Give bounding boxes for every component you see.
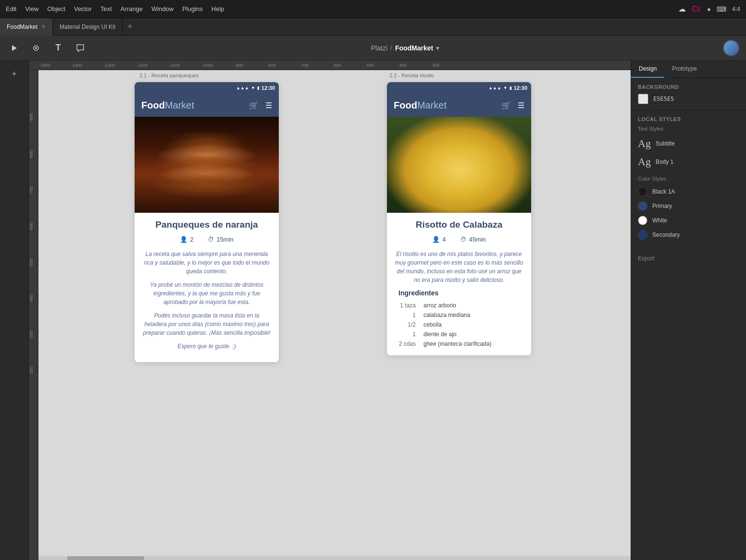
text-style-subtitle[interactable]: Ag Subtitle bbox=[638, 134, 739, 153]
tab-material-design[interactable]: Material Design UI Kit bbox=[53, 18, 123, 36]
toolbar: T Platzi / FoodMarket ▾ bbox=[0, 36, 746, 61]
phone-frame-1[interactable]: ▲▲▲ ▼ ▮ 12:30 FoodMarket 🛒 ☰ bbox=[135, 82, 279, 362]
ingredient-qty-4: 1 bbox=[398, 331, 416, 338]
menu-arrange[interactable]: Arrange bbox=[121, 5, 143, 12]
right-panel-tabs: Design Prototype bbox=[631, 61, 746, 78]
persons-value-2: 4 bbox=[442, 236, 446, 243]
header-icons-1: 🛒 ☰ bbox=[249, 101, 272, 110]
ruler-mark: -1100 bbox=[169, 63, 202, 68]
menu-icon-1[interactable]: ☰ bbox=[265, 101, 272, 110]
cart-icon-2[interactable]: 🛒 bbox=[501, 101, 511, 110]
menu-object[interactable]: Object bbox=[47, 5, 65, 12]
export-label: Export bbox=[638, 255, 655, 262]
battery-icon-2: ▮ bbox=[510, 85, 512, 90]
toolbar-breadcrumb: Platzi / FoodMarket ▾ bbox=[95, 44, 715, 52]
text-tool[interactable]: T bbox=[51, 41, 65, 55]
move-tool[interactable] bbox=[7, 41, 21, 55]
canvas-scrollbar[interactable] bbox=[38, 556, 631, 560]
ruler-mark: -1500 bbox=[38, 63, 71, 68]
ingredient-row-4: 1 diente de ajo bbox=[398, 329, 520, 339]
ingredient-row-2: 1 calabaza mediana bbox=[398, 310, 520, 320]
color-row-primary[interactable]: Primary bbox=[638, 199, 739, 213]
ingredient-name-4: diente de ajo bbox=[423, 331, 520, 338]
bg-color-swatch[interactable] bbox=[638, 94, 648, 104]
background-title: Background bbox=[638, 84, 739, 90]
header-icons-2: 🛒 ☰ bbox=[501, 101, 524, 110]
ingredients-section: Ingredientes 1 taza arroz arborio 1 cala… bbox=[395, 289, 523, 349]
ruler-mark: -1000 bbox=[202, 63, 235, 68]
secondary-swatch bbox=[638, 230, 647, 240]
primary-swatch bbox=[638, 201, 647, 211]
tab-bar: FoodMarket ✕ Material Design UI Kit + bbox=[0, 18, 746, 36]
comment-tool[interactable] bbox=[73, 41, 87, 55]
text-style-body1[interactable]: Ag Body 1 bbox=[638, 153, 739, 171]
signal-icon-2: ▲▲▲ bbox=[488, 85, 501, 90]
recipe-desc3: Podés incluso guardar la masa lista en l… bbox=[142, 311, 271, 337]
menu-bar: Edit View Object Vector Text Arrange Win… bbox=[0, 0, 746, 18]
time-meta-2: ⏱ 45min bbox=[460, 236, 485, 243]
color-row-black[interactable]: Black 1A bbox=[638, 184, 739, 199]
ingredient-qty-5: 2 cdas bbox=[398, 341, 416, 347]
tab-prototype[interactable]: Prototype bbox=[664, 61, 704, 78]
canvas-area[interactable]: -1500 -1400 -1300 -1200 -1100 -1000 -900… bbox=[29, 61, 631, 560]
tab-design[interactable]: Design bbox=[631, 61, 664, 78]
recipe-desc1: La receta que salva siempre para una mer… bbox=[142, 250, 271, 276]
ruler-v-mark: -600 bbox=[29, 195, 34, 231]
cloud-icon: ☁ bbox=[678, 4, 686, 13]
pen-tool[interactable] bbox=[29, 41, 43, 55]
tab-close-icon[interactable]: ✕ bbox=[41, 24, 46, 30]
menu-view[interactable]: View bbox=[25, 5, 38, 12]
food-image-2 bbox=[387, 117, 531, 213]
ingredients-title: Ingredientes bbox=[398, 289, 520, 297]
tab-foodmarket[interactable]: FoodMarket ✕ bbox=[0, 18, 53, 36]
ruler-vertical: -900 -800 -700 -600 -500 -400 -300 -200 bbox=[29, 70, 38, 560]
color-row-white[interactable]: White bbox=[638, 213, 739, 228]
breadcrumb-separator: / bbox=[390, 44, 392, 52]
menu-icon-2[interactable]: ☰ bbox=[518, 101, 524, 110]
wifi-icon: ⌨ bbox=[717, 5, 726, 13]
avatar[interactable] bbox=[723, 40, 739, 56]
local-styles-title: Local Styles bbox=[638, 116, 739, 122]
menu-edit[interactable]: Edit bbox=[6, 5, 16, 12]
ag-subtitle-icon: Ag bbox=[638, 137, 651, 150]
menu-vector[interactable]: Vector bbox=[74, 5, 92, 12]
scrollbar-thumb[interactable] bbox=[67, 556, 144, 560]
tab-add-button[interactable]: + bbox=[123, 22, 137, 32]
status-time-1: 12:30 bbox=[261, 85, 275, 91]
secondary-label: Secondary bbox=[652, 231, 680, 238]
ruler-mark: -1400 bbox=[71, 63, 104, 68]
time-display: 4:4 bbox=[732, 6, 740, 12]
ruler-v-mark: -200 bbox=[29, 339, 34, 375]
menu-help[interactable]: Help bbox=[211, 5, 224, 12]
phone-frame-2[interactable]: ▲▲▲ ▼ ▮ 12:30 FoodMarket 🛒 ☰ bbox=[387, 82, 531, 355]
bg-hex-value: E5E5E5 bbox=[653, 96, 674, 102]
project-name: Platzi bbox=[371, 44, 387, 52]
phone-header-1: FoodMarket 🛒 ☰ bbox=[135, 94, 279, 117]
time-value-2: 45min bbox=[469, 236, 485, 243]
body1-label: Body 1 bbox=[656, 158, 673, 165]
status-bar-1: ▲▲▲ ▼ ▮ 12:30 bbox=[135, 82, 279, 94]
ruler-v-mark: -500 bbox=[29, 231, 34, 267]
page-name: FoodMarket bbox=[395, 44, 433, 52]
page-dropdown-icon[interactable]: ▾ bbox=[436, 44, 439, 52]
recipe-title-1: Panqueques de naranja bbox=[142, 219, 271, 230]
ruler-v-mark: -800 bbox=[29, 123, 34, 159]
persons-meta-1: 👤 2 bbox=[180, 236, 193, 243]
wifi-icon-1: ▼ bbox=[251, 85, 255, 90]
color-row-secondary[interactable]: Secondary bbox=[638, 228, 739, 242]
menu-text[interactable]: Text bbox=[100, 5, 112, 12]
figma-icon: ● bbox=[707, 5, 711, 13]
ruler-mark: -1200 bbox=[137, 63, 169, 68]
canvas-background bbox=[38, 70, 631, 560]
menu-window[interactable]: Window bbox=[151, 5, 174, 12]
time-meta-1: ⏱ 15min bbox=[208, 236, 233, 243]
ruler-v-mark: -300 bbox=[29, 303, 34, 339]
persons-icon-1: 👤 bbox=[180, 236, 187, 243]
wifi-icon-2: ▼ bbox=[503, 85, 508, 90]
cart-icon-1[interactable]: 🛒 bbox=[249, 101, 259, 110]
battery-icon-1: ▮ bbox=[257, 85, 260, 90]
menu-plugins[interactable]: Plugins bbox=[182, 5, 203, 12]
clock-icon-2: ⏱ bbox=[460, 236, 466, 243]
add-layer-button[interactable]: + bbox=[6, 65, 23, 83]
ruler-mark: -300 bbox=[431, 63, 463, 68]
